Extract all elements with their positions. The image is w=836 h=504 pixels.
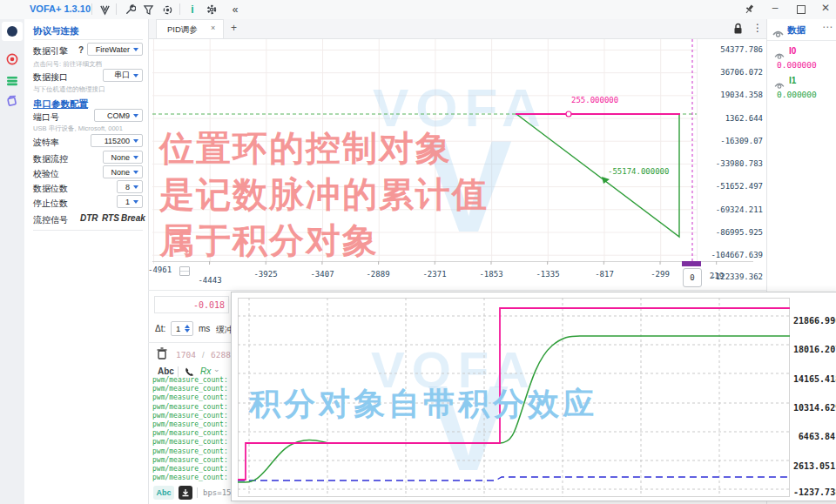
annotation-text-line1: 位置环的控制对象 bbox=[159, 124, 452, 172]
dt-value: 1 bbox=[176, 324, 180, 333]
divider bbox=[33, 230, 143, 231]
dtr-toggle[interactable]: DTR bbox=[80, 213, 98, 223]
port-hint: USB 串行设备, Microsoft, 0001 bbox=[33, 124, 123, 133]
more-icon[interactable]: ⋯ bbox=[822, 21, 833, 33]
overlay-y-tick-label: 6463.84 bbox=[793, 432, 835, 441]
overlay-y-tick-label: 10314.629 bbox=[793, 403, 835, 413]
channel-i1-value: 0.000000 bbox=[777, 90, 817, 99]
dropdown-arrow-icon bbox=[133, 114, 138, 118]
cursor-readout-value: -0.018 bbox=[193, 300, 225, 310]
dropdown-arrow-icon bbox=[133, 156, 138, 159]
green-value-annotation: -55174.000000 bbox=[608, 167, 669, 176]
abc-format-button[interactable]: Abc bbox=[158, 366, 174, 376]
abc-display-toggle[interactable]: Abc bbox=[153, 486, 174, 500]
parity-dropdown[interactable]: None bbox=[103, 165, 143, 178]
target-icon[interactable] bbox=[160, 3, 174, 17]
overlay-chart-window[interactable]: VOFA V 积分对象自带积分效应 21866.996 18016.207 14… bbox=[231, 292, 836, 501]
scrollbar-thumb[interactable] bbox=[682, 261, 701, 266]
port-dropdown[interactable]: COM9 bbox=[94, 109, 143, 122]
cursor-readout: -0.018 bbox=[154, 296, 229, 313]
maximize-button[interactable] bbox=[794, 4, 808, 17]
tab-close-icon[interactable]: × bbox=[211, 24, 215, 32]
data-panel-header: 数据 bbox=[787, 24, 806, 37]
dt-unit: ms bbox=[199, 324, 210, 333]
pin-icon[interactable] bbox=[743, 3, 757, 17]
dropdown-arrow-icon bbox=[133, 74, 138, 77]
sample-count-separator: / bbox=[202, 350, 205, 360]
break-toggle[interactable]: Break bbox=[121, 213, 145, 223]
widgets-icon[interactable] bbox=[2, 91, 23, 111]
stopbits-label: 停止位数 bbox=[33, 198, 68, 210]
databits-dropdown[interactable]: 8 bbox=[117, 180, 143, 193]
axis-menu-icon[interactable] bbox=[179, 266, 190, 276]
tab-label: PID调参 bbox=[167, 24, 198, 36]
y-tick-label: -104667.639 bbox=[700, 251, 763, 259]
x-tick-label: -4443 bbox=[190, 276, 230, 285]
interface-dropdown[interactable]: 串口 bbox=[103, 69, 143, 82]
list-icon[interactable] bbox=[2, 71, 23, 91]
annotation-text-line2: 是记数脉冲的累计值 bbox=[159, 171, 489, 218]
dt-stepper[interactable]: 1 bbox=[171, 321, 193, 336]
sample-count-current: 1704 bbox=[176, 350, 196, 360]
overlay-y-tick-label: 18016.207 bbox=[793, 345, 835, 354]
x-end-label: 219 bbox=[697, 272, 737, 280]
x-tick-label: -3925 bbox=[246, 270, 286, 279]
minimize-button[interactable]: – bbox=[768, 2, 782, 14]
baud-label: 波特率 bbox=[33, 137, 59, 149]
stopbits-value: 1 bbox=[125, 198, 130, 206]
y-tick-label: 19034.358 bbox=[700, 91, 763, 99]
divider bbox=[767, 40, 836, 41]
tab-pid[interactable]: PID调参 × bbox=[156, 19, 224, 38]
channel-i0-value: 0.000000 bbox=[777, 60, 817, 70]
engine-dropdown[interactable]: FireWater bbox=[87, 43, 143, 56]
rx-dropdown[interactable]: Rx bbox=[200, 366, 211, 376]
gear-icon[interactable] bbox=[205, 3, 219, 17]
divider bbox=[33, 39, 143, 40]
stepper-down-icon[interactable] bbox=[185, 329, 190, 333]
channel-i0-label[interactable]: I0 bbox=[789, 46, 796, 56]
parity-value: None bbox=[111, 168, 130, 177]
dropdown-arrow-icon bbox=[133, 185, 138, 189]
funnel-icon[interactable] bbox=[141, 3, 155, 17]
dt-label: Δt: bbox=[155, 324, 165, 333]
scroll-offset-box[interactable]: 0 bbox=[683, 268, 702, 287]
engine-help-button[interactable]: ? bbox=[78, 45, 84, 55]
overlay-y-tick-label: -1237.738 bbox=[793, 487, 835, 497]
interface-value: 串口 bbox=[114, 70, 130, 81]
rts-toggle[interactable]: RTS bbox=[102, 213, 119, 223]
serial-config-section[interactable]: 串口参数配置 bbox=[33, 98, 88, 111]
stopbits-dropdown[interactable]: 1 bbox=[117, 195, 143, 208]
vofa-logo-icon[interactable] bbox=[98, 3, 111, 17]
wrench-icon[interactable] bbox=[123, 3, 137, 17]
flowctl-dropdown[interactable]: None bbox=[103, 151, 143, 164]
close-button[interactable]: ✕ bbox=[819, 2, 833, 14]
save-log-button[interactable] bbox=[179, 486, 192, 500]
chart-kebab-icon[interactable]: ⋮ bbox=[752, 22, 763, 34]
collapse-icon[interactable]: « bbox=[228, 3, 242, 17]
databits-value: 8 bbox=[125, 183, 130, 192]
trash-icon[interactable] bbox=[157, 347, 167, 363]
port-label: 端口号 bbox=[33, 111, 59, 124]
flowctl-label: 数据流控 bbox=[33, 153, 68, 165]
engine-hint: 点击问号: 前往详细文档 bbox=[33, 60, 102, 69]
connection-icon[interactable] bbox=[2, 22, 23, 41]
channel-i1-label[interactable]: I1 bbox=[789, 76, 796, 85]
info-icon[interactable]: i bbox=[185, 3, 199, 17]
x-tick-label: -299 bbox=[640, 270, 680, 279]
baud-dropdown[interactable]: 115200 bbox=[91, 134, 143, 147]
dropdown-arrow-icon bbox=[133, 200, 138, 204]
overlay-y-tick-label: 14165.418 bbox=[793, 374, 835, 384]
x-axis-ticks bbox=[209, 261, 732, 265]
stepper-up-icon[interactable] bbox=[185, 325, 190, 328]
y-tick-label: 1362.644 bbox=[700, 114, 763, 123]
databits-label: 数据位数 bbox=[33, 183, 68, 195]
flowctl-value: None bbox=[111, 153, 130, 162]
add-tab-button[interactable]: + bbox=[231, 22, 237, 34]
rx-caret-icon: ⌄ bbox=[213, 365, 220, 373]
lock-icon[interactable] bbox=[733, 23, 743, 38]
vofa-window: VOFA+ 1.3.10 i « – ✕ bbox=[0, 0, 836, 504]
interface-label: 数据接口 bbox=[33, 71, 68, 84]
parity-label: 校验位 bbox=[33, 168, 59, 180]
sample-count-total: 6288 bbox=[211, 350, 231, 360]
record-icon[interactable] bbox=[2, 50, 23, 69]
